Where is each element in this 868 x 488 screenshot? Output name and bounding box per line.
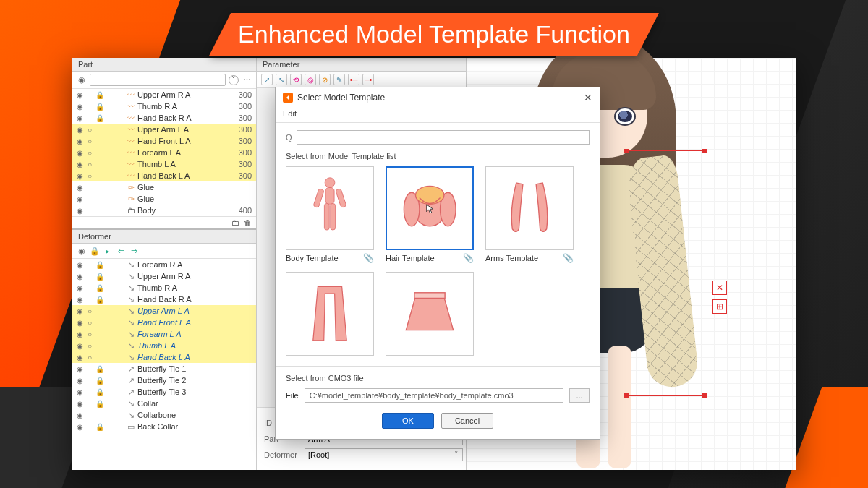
selected-mesh[interactable] [626,150,705,396]
deformer-row[interactable]: ◉○↘Upper Arm L A [72,305,256,317]
cmo3-section-label: Select from CMO3 file [286,374,590,382]
collapse-icon[interactable]: ˅ [229,75,239,85]
file-label: File [286,391,299,400]
part-row[interactable]: ◉○〰Hand Back L A300 [72,170,256,181]
deformer-row[interactable]: ◉🔒↗Butterfly Tie 1 [72,363,256,374]
tool-target-icon[interactable]: ◎ [305,74,316,85]
tool-slider2-icon[interactable]: ─• [362,74,374,85]
part-row-label: Body [136,206,229,215]
lock-icon[interactable]: 🔒 [90,246,100,256]
deformer-row[interactable]: ◉🔒↘Forearm R A [72,259,256,270]
deformer-row-label: Thumb L A [136,341,252,350]
template-thumbnail [386,272,474,356]
template-search-input[interactable] [297,130,590,145]
deformer-tree[interactable]: ◉🔒↘Forearm R A◉🔒↘Upper Arm R A◉🔒↘Thumb R… [72,259,256,432]
template-card[interactable]: Hair Template📎 [386,166,474,263]
dialog-menu-edit[interactable]: Edit [276,108,600,123]
cancel-button[interactable]: Cancel [441,413,493,429]
deformer-row[interactable]: ◉○↘Thumb L A [72,340,256,351]
deformer-row[interactable]: ◉↘Collarbone [72,409,256,421]
template-thumbnail [286,272,374,356]
part-row[interactable]: ◉🔒〰Upper Arm R A300 [72,89,256,100]
part-row-label: Hand Back R A [136,114,229,122]
part-row-label: Thumb L A [136,160,229,168]
tool-slider1-icon[interactable]: •─ [348,74,359,85]
grid-transform-icon[interactable]: ⊞ [712,299,727,314]
deformer-row[interactable]: ◉🔒↗Butterfly Tie 2 [72,374,256,386]
new-folder-icon[interactable]: 🗀 [231,218,239,227]
svg-point-0 [325,178,335,188]
deformer-row[interactable]: ◉○↘Hand Front L A [72,317,256,328]
deformer-row-label: Upper Arm R A [136,272,252,281]
ok-button[interactable]: OK [382,413,434,429]
tool-shrink-icon[interactable]: ⤡ [276,74,287,85]
tool-refresh-icon[interactable]: ⟲ [290,74,302,85]
part-row-label: Upper Arm R A [136,90,229,99]
part-row[interactable]: ◉✑Glue [72,193,256,205]
template-label: Arms Template [485,254,538,262]
dialog-titlebar[interactable]: Select Model Template ✕ [276,87,600,108]
prop-deformer-select[interactable] [305,448,463,461]
select-model-template-dialog: Select Model Template ✕ Edit Q Select fr… [275,87,600,440]
template-search: Q [286,130,590,145]
file-path-input[interactable] [305,388,563,403]
template-grid: Body Template📎Hair Template📎Arms Templat… [286,166,590,356]
arrow-right-icon[interactable]: ⇒ [129,246,139,256]
part-row[interactable]: ◉○〰Thumb L A300 [72,158,256,170]
deformer-row[interactable]: ◉🔒↘Collar [72,398,256,409]
banner-title: Enhanced Model Template Function [209,13,659,56]
attachment-icon: 📎 [463,253,474,263]
svg-rect-5 [331,204,336,230]
svg-rect-3 [336,189,346,208]
svg-rect-4 [324,204,329,230]
options-icon[interactable]: ⋯ [242,75,252,85]
deformer-row[interactable]: ◉🔒↗Butterfly Tie 3 [72,386,256,398]
part-row[interactable]: ◉✑Glue [72,181,256,193]
eye-icon[interactable]: ◉ [77,75,87,85]
template-list-label: Select from Model Template list [286,152,590,160]
template-card[interactable]: Arms Template📎 [485,166,574,263]
deformer-row[interactable]: ◉🔒↘Thumb R A [72,282,256,294]
part-row[interactable]: ◉○〰Forearm L A300 [72,147,256,158]
part-panel: Part ◉ ˅ ⋯ ◉🔒〰Upper Arm R A300◉🔒〰Thumb R… [72,58,256,228]
trash-icon[interactable]: 🗑 [244,218,252,227]
part-row[interactable]: ◉○〰Upper Arm L A300 [72,124,256,135]
part-row-label: Hand Back L A [136,171,229,180]
template-card[interactable] [286,272,374,356]
deformer-row-label: Back Collar [136,422,252,431]
deformer-row[interactable]: ◉🔒↘Upper Arm R A [72,270,256,282]
deformer-row[interactable]: ◉🔒▭Back Collar [72,421,256,432]
tool-expand-icon[interactable]: ⤢ [261,74,273,85]
template-label: Body Template [286,254,339,262]
part-row-label: Forearm L A [136,148,229,157]
part-row[interactable]: ◉🔒〰Hand Back R A300 [72,112,256,124]
template-label: Hair Template [386,254,435,262]
part-row-label: Hand Front L A [136,137,229,145]
close-transform-icon[interactable]: ✕ [712,281,727,295]
part-tree[interactable]: ◉🔒〰Upper Arm R A300◉🔒〰Thumb R A300◉🔒〰Han… [72,89,256,216]
part-search-input[interactable] [90,74,226,86]
part-row-label: Glue [136,194,229,203]
deformer-row-label: Thumb R A [136,283,252,292]
part-row[interactable]: ◉○〰Hand Front L A300 [72,135,256,147]
attachment-icon: 📎 [563,253,574,263]
part-footer: 🗀 🗑 [72,216,256,228]
template-card[interactable] [386,272,474,356]
parameter-panel-title: Parameter [257,58,466,72]
template-card[interactable]: Body Template📎 [286,166,374,263]
close-icon[interactable]: ✕ [584,92,592,103]
eye-icon[interactable]: ◉ [77,246,87,256]
template-thumbnail [386,166,474,250]
tool-link-icon[interactable]: ⊘ [319,74,331,85]
tool-pencil-icon[interactable]: ✎ [333,74,345,85]
deformer-row[interactable]: ◉○↘Forearm L A [72,328,256,340]
part-row[interactable]: ◉🗀Body400 [72,205,256,216]
deformer-toolbar: ◉ 🔒 ▸ ⇐ ⇒ [72,244,256,259]
part-row[interactable]: ◉🔒〰Thumb R A300 [72,100,256,112]
arrow-left-icon[interactable]: ⇐ [116,246,126,256]
deformer-row[interactable]: ◉🔒↘Hand Back R A [72,294,256,305]
play-icon[interactable]: ▸ [103,246,113,256]
transform-gizmo: ✕ ⊞ [712,281,727,314]
browse-button[interactable]: ... [569,388,590,403]
deformer-row[interactable]: ◉○↘Hand Back L A [72,351,256,363]
